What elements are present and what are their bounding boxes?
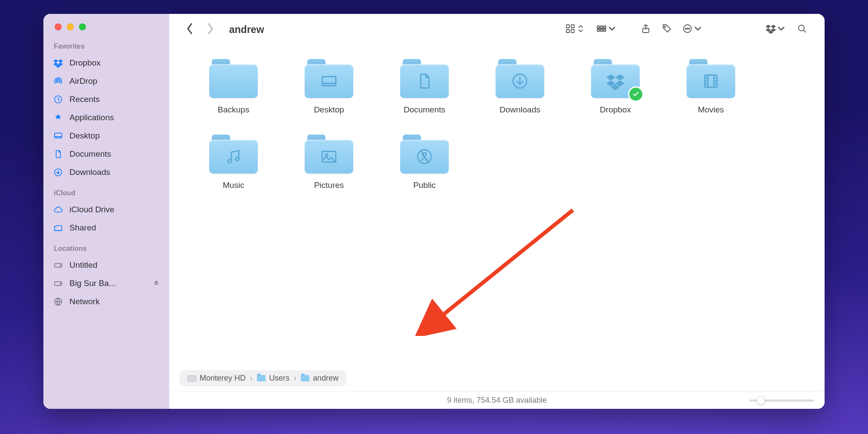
sidebar-item-documents[interactable]: Documents	[43, 145, 169, 163]
icon-grid: BackupsDesktopDocumentsDownloadsDropboxM…	[186, 59, 817, 190]
svg-rect-21	[604, 29, 606, 31]
svg-rect-12	[566, 25, 569, 28]
folder-icon	[687, 59, 735, 98]
status-bar: 9 items, 754.54 GB available	[169, 391, 825, 409]
sidebar-item-shared[interactable]: Shared	[43, 219, 169, 237]
status-text: 9 items, 754.54 GB available	[447, 396, 547, 405]
folder-movies[interactable]: Movies	[663, 59, 759, 115]
content-area[interactable]: BackupsDesktopDocumentsDownloadsDropboxM…	[169, 45, 825, 368]
sidebar-item-label: Network	[69, 297, 100, 306]
window-minimize-button[interactable]	[67, 23, 74, 30]
shared-folder-icon	[53, 223, 63, 233]
toolbar-search-button[interactable]	[792, 21, 812, 38]
sidebar-item-network[interactable]: Network	[43, 293, 169, 311]
ellipsis-circle-chevron-icon	[682, 23, 703, 36]
path-segment-monterey-hd[interactable]: Monterey HD	[187, 374, 246, 383]
nav-forward-button[interactable]	[202, 20, 219, 39]
grid-updown-icon	[565, 23, 586, 36]
sidebar-item-label: Desktop	[69, 131, 100, 141]
svg-line-49	[438, 210, 573, 319]
traffic-lights	[43, 23, 169, 38]
sidebar-item-big-sur-ba[interactable]: Big Sur Ba...	[43, 274, 169, 293]
folder-downloads[interactable]: Downloads	[472, 59, 568, 115]
sidebar-item-label: Downloads	[69, 168, 110, 177]
document-icon	[53, 149, 63, 159]
annotation-arrow	[412, 206, 586, 336]
window-zoom-button[interactable]	[79, 23, 86, 30]
toolbar: andrew	[169, 14, 825, 45]
icon-size-slider[interactable]	[749, 399, 814, 402]
svg-rect-17	[601, 26, 603, 28]
svg-point-27	[689, 28, 690, 29]
svg-rect-13	[571, 25, 574, 28]
folder-music[interactable]: Music	[186, 135, 281, 190]
cloud-icon	[53, 204, 63, 215]
svg-point-9	[60, 283, 61, 284]
toolbar-dropbox-button[interactable]	[760, 21, 792, 38]
folder-icon	[305, 135, 353, 174]
sidebar-item-label: AirDrop	[69, 76, 97, 86]
sidebar-item-airdrop[interactable]: AirDrop	[43, 72, 169, 90]
toolbar-tags-button[interactable]	[656, 21, 677, 38]
toolbar-view-mode-button[interactable]	[560, 21, 591, 38]
svg-point-0	[57, 80, 59, 82]
folder-label: Dropbox	[600, 105, 631, 115]
sidebar-item-applications[interactable]: Applications	[43, 108, 169, 127]
folder-label: Pictures	[314, 181, 344, 190]
sidebar-item-dropbox[interactable]: Dropbox	[43, 54, 169, 72]
ext-disk-icon	[53, 260, 63, 270]
download-circle-icon	[53, 167, 63, 178]
sidebar-item-icloud-drive[interactable]: iCloud Drive	[43, 201, 169, 219]
folder-documents[interactable]: Documents	[377, 59, 472, 115]
grid-small-chevron-icon	[596, 23, 617, 36]
path-segment-users[interactable]: Users	[257, 374, 289, 383]
svg-point-7	[60, 265, 61, 266]
folder-pictures[interactable]: Pictures	[281, 135, 377, 190]
sidebar-section-label: Favorites	[43, 38, 169, 54]
folder-label: Downloads	[500, 105, 540, 115]
dropbox-icon	[53, 58, 63, 68]
folder-backups[interactable]: Backups	[186, 59, 281, 115]
window-close-button[interactable]	[55, 23, 62, 30]
sidebar-item-downloads[interactable]: Downloads	[43, 163, 169, 181]
sidebar-item-label: Applications	[69, 113, 114, 122]
folder-label: Movies	[698, 105, 724, 115]
sidebar-item-recents[interactable]: Recents	[43, 90, 169, 108]
nav-back-button[interactable]	[181, 20, 198, 39]
svg-rect-30	[322, 77, 336, 86]
sync-ok-badge	[629, 88, 642, 101]
sidebar-item-label: Untitled	[69, 260, 97, 270]
svg-rect-15	[571, 30, 574, 33]
folder-label: Desktop	[314, 105, 344, 115]
sidebar-item-label: iCloud Drive	[69, 205, 114, 214]
search-icon	[797, 23, 807, 36]
folder-desktop[interactable]: Desktop	[281, 59, 377, 115]
folder-label: Public	[413, 181, 436, 190]
svg-point-42	[228, 159, 231, 163]
folder-icon	[209, 59, 258, 98]
sidebar-item-untitled[interactable]: Untitled	[43, 256, 169, 274]
sidebar-section-label: iCloud	[43, 181, 169, 201]
toolbar-actions-button[interactable]	[677, 21, 708, 38]
folder-public[interactable]: Public	[377, 135, 472, 190]
sidebar-item-label: Shared	[69, 223, 96, 233]
toolbar-group-by-button[interactable]	[591, 21, 622, 38]
path-segment-andrew[interactable]: andrew	[301, 374, 339, 383]
chevron-right-icon: ›	[294, 374, 296, 383]
sidebar: FavoritesDropboxAirDropRecentsApplicatio…	[43, 14, 169, 409]
hd-icon	[187, 375, 196, 381]
svg-rect-2	[55, 133, 62, 138]
sidebar-item-desktop[interactable]: Desktop	[43, 127, 169, 145]
folder-icon	[400, 135, 449, 174]
toolbar-share-button[interactable]	[635, 21, 656, 38]
folder-dropbox[interactable]: Dropbox	[568, 59, 663, 115]
ext-disk-icon	[53, 278, 63, 289]
share-icon	[641, 23, 651, 36]
sidebar-item-label: Dropbox	[69, 58, 101, 68]
sidebar-item-label: Documents	[69, 149, 111, 159]
folder-icon	[209, 135, 258, 174]
eject-icon[interactable]	[153, 279, 160, 288]
path-segment-label: Users	[269, 374, 289, 383]
sidebar-item-label: Recents	[69, 95, 100, 104]
folder-icon	[591, 59, 640, 98]
